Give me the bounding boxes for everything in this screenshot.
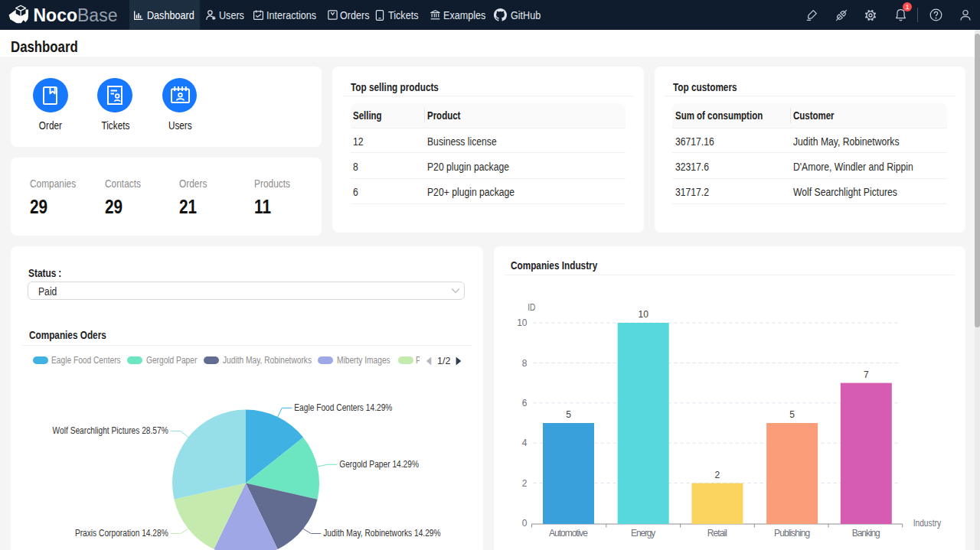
svg-text:10: 10 <box>517 317 528 328</box>
svg-text:Banking: Banking <box>851 528 880 539</box>
svg-text:Industry: Industry <box>913 518 940 529</box>
svg-text:2: 2 <box>714 470 720 480</box>
svg-text:Judith May, Robinetworks 14.29: Judith May, Robinetworks 14.29% <box>323 528 441 539</box>
svg-text:0: 0 <box>521 518 527 529</box>
svg-text:10: 10 <box>638 309 648 320</box>
svg-text:7: 7 <box>863 369 868 380</box>
svg-text:2: 2 <box>521 478 527 489</box>
svg-text:Eagle Food Centers 14.29%: Eagle Food Centers 14.29% <box>294 402 392 413</box>
svg-text:Automotive: Automotive <box>549 528 588 539</box>
svg-text:Publishing: Publishing <box>774 528 810 539</box>
svg-text:4: 4 <box>521 438 527 448</box>
svg-text:ID: ID <box>528 302 535 313</box>
svg-text:Retail: Retail <box>707 528 727 539</box>
svg-text:Energy: Energy <box>631 528 655 539</box>
svg-text:Praxis Corporation 14.28%: Praxis Corporation 14.28% <box>75 528 168 539</box>
svg-text:6: 6 <box>521 398 527 408</box>
svg-text:5: 5 <box>566 409 571 420</box>
svg-text:Gergold Paper 14.29%: Gergold Paper 14.29% <box>339 459 419 470</box>
svg-text:5: 5 <box>789 409 795 420</box>
svg-text:Wolf Searchlight Pictures 28.5: Wolf Searchlight Pictures 28.57% <box>53 425 168 436</box>
svg-text:8: 8 <box>521 358 527 369</box>
